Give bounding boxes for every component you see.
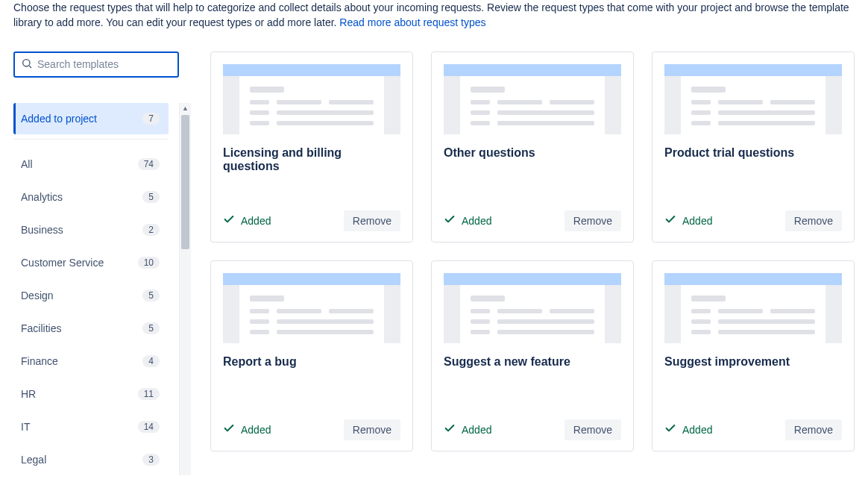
category-count: 11 [138,388,160,400]
added-label: Added [682,215,712,227]
remove-button[interactable]: Remove [785,210,842,231]
card-footer: AddedRemove [223,210,400,231]
scroll-up-icon[interactable]: ▲ [180,103,191,113]
scroll-thumb[interactable] [181,115,189,249]
remove-button[interactable]: Remove [564,210,621,231]
category-item[interactable]: Facilities5 [13,313,169,344]
category-item[interactable]: Legal3 [13,444,169,475]
category-count: 5 [142,322,160,334]
card-thumbnail [223,273,400,343]
template-cards-grid: Licensing and billing questionsAddedRemo… [210,51,855,451]
template-card[interactable]: Report a bugAddedRemove [210,260,413,451]
added-indicator: Added [444,422,491,437]
category-list-container: Added to project 7 All74Analytics5Busine… [13,103,179,475]
search-input[interactable] [37,58,172,70]
scrollbar[interactable]: ▲ [179,103,191,475]
search-icon [21,57,33,72]
category-label: HR [21,388,36,400]
intro-text: Choose the request types that will help … [13,0,855,31]
category-label: Finance [21,355,58,367]
category-item[interactable]: IT14 [13,411,169,442]
intro-link[interactable]: Read more about request types [339,16,485,28]
category-item[interactable]: All74 [13,148,169,180]
template-card[interactable]: Suggest a new featureAddedRemove [431,260,634,451]
sidebar: Added to project 7 All74Analytics5Busine… [13,51,179,477]
category-list: Added to project 7 [13,103,169,134]
category-label: Design [21,290,54,301]
card-footer: AddedRemove [444,419,621,440]
category-count: 4 [142,355,160,367]
category-label: Customer Service [21,257,104,269]
category-item[interactable]: HR11 [13,378,169,410]
card-thumbnail [444,64,621,134]
added-indicator: Added [444,213,491,228]
category-divider [13,139,169,140]
template-card[interactable]: Product trial questionsAddedRemove [652,51,855,243]
category-label: All [21,158,33,170]
category-label: Business [21,224,63,236]
added-label: Added [241,215,271,227]
template-card[interactable]: Suggest improvementAddedRemove [652,260,855,451]
remove-button[interactable]: Remove [564,419,621,440]
category-label: Facilities [21,322,61,334]
category-item[interactable]: Customer Service10 [13,247,169,278]
remove-button[interactable]: Remove [344,210,400,231]
card-title: Report a bug [223,355,400,369]
template-card[interactable]: Other questionsAddedRemove [431,51,634,243]
remove-button[interactable]: Remove [344,419,400,440]
category-label: IT [21,421,30,433]
card-thumbnail [223,64,400,134]
card-title: Other questions [444,146,621,160]
check-icon [664,213,676,228]
category-item[interactable]: Finance4 [13,345,169,377]
check-icon [223,422,235,437]
category-count: 5 [142,191,160,203]
added-indicator: Added [664,213,712,228]
category-list-rest: All74Analytics5Business2Customer Service… [13,148,169,475]
svg-line-1 [29,66,31,68]
category-count: 74 [138,158,160,170]
card-footer: AddedRemove [664,419,842,440]
card-title: Suggest improvement [664,355,842,369]
category-item[interactable]: Analytics5 [13,181,169,213]
check-icon [223,213,235,228]
card-footer: AddedRemove [223,419,400,440]
card-thumbnail [664,273,842,343]
added-indicator: Added [223,213,271,228]
card-footer: AddedRemove [664,210,842,231]
category-label: Added to project [21,113,97,125]
search-box[interactable] [13,51,179,78]
category-label: Analytics [21,191,63,203]
added-label: Added [462,215,491,227]
remove-button[interactable]: Remove [785,419,842,440]
card-footer: AddedRemove [444,210,621,231]
template-card[interactable]: Licensing and billing questionsAddedRemo… [210,51,413,243]
check-icon [444,422,456,437]
card-thumbnail [444,273,621,343]
added-label: Added [682,424,712,436]
added-indicator: Added [223,422,271,437]
category-label: Legal [21,454,46,466]
added-label: Added [462,424,491,436]
category-item[interactable]: Design5 [13,280,169,311]
card-thumbnail [664,64,842,134]
category-count: 2 [142,224,160,236]
check-icon [444,213,456,228]
category-item[interactable]: Business2 [13,214,169,246]
card-title: Licensing and billing questions [223,146,400,173]
category-count: 3 [142,454,160,466]
category-count: 10 [138,257,160,269]
svg-point-0 [23,59,30,66]
category-count: 7 [142,113,160,125]
category-count: 5 [142,290,160,301]
added-indicator: Added [664,422,712,437]
card-title: Product trial questions [664,146,842,160]
category-count: 14 [138,421,160,433]
added-label: Added [241,424,271,436]
category-added-to-project[interactable]: Added to project 7 [13,103,169,134]
card-title: Suggest a new feature [444,355,621,369]
check-icon [664,422,676,437]
